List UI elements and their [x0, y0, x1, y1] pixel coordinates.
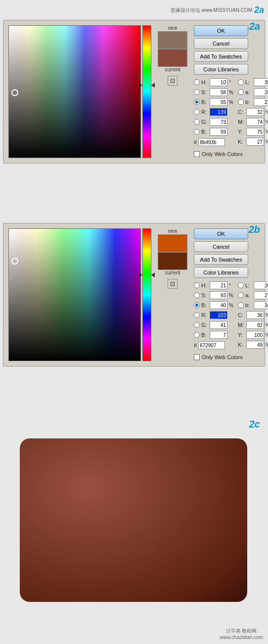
- l-input-2a[interactable]: [254, 78, 268, 86]
- b-rgb-label-2b: B:: [201, 332, 208, 338]
- fields-area-2b: H: ° S: % B: %: [194, 281, 268, 349]
- b-radio-2a[interactable]: [194, 99, 200, 105]
- add-to-swatches-button-2a[interactable]: Add To Swatches: [194, 51, 248, 62]
- y-input-2a[interactable]: [246, 128, 264, 136]
- color-field-2b[interactable]: [8, 228, 141, 361]
- hex-input-2a[interactable]: [198, 138, 225, 146]
- m-unit-2b: %: [266, 322, 268, 328]
- hue-slider-2b[interactable]: [142, 228, 151, 361]
- m-row-2b: M: %: [238, 321, 268, 329]
- y-input-2b[interactable]: [246, 331, 264, 339]
- eyedropper-btn-2a[interactable]: ⊡: [168, 76, 178, 86]
- m-input-2b[interactable]: [246, 321, 264, 329]
- h-input-2a[interactable]: [210, 78, 227, 86]
- a-input-2b[interactable]: [254, 291, 268, 299]
- add-to-swatches-button-2b[interactable]: Add To Swatches: [194, 254, 248, 265]
- r-input-2b[interactable]: [210, 311, 227, 319]
- hsb-rgb-col-2b: H: ° S: % B: %: [194, 281, 234, 349]
- b-lab-input-2b[interactable]: [254, 301, 268, 309]
- m-input-2a[interactable]: [246, 118, 264, 126]
- a-radio-2b[interactable]: [238, 292, 244, 298]
- r-radio-2a[interactable]: [194, 109, 200, 115]
- g-radio-2b[interactable]: [194, 322, 200, 328]
- fields-area-2a: H: ° S: % B:: [194, 78, 268, 146]
- s-row-2b: S: %: [194, 291, 234, 300]
- r-label-2b: R:: [201, 312, 208, 318]
- color-libraries-button-2a[interactable]: Color Libraries: [194, 64, 248, 75]
- b-label-2a: B:: [201, 99, 208, 105]
- color-libraries-button-2b[interactable]: Color Libraries: [194, 267, 248, 278]
- r-radio-2b[interactable]: [194, 312, 200, 318]
- c-input-2b[interactable]: [246, 311, 264, 319]
- b-input-2b[interactable]: [210, 301, 227, 309]
- a-label-2b: a:: [245, 292, 252, 298]
- l-radio-2b[interactable]: [238, 282, 244, 288]
- new-swatch-2a[interactable]: [158, 31, 187, 49]
- k-input-2b[interactable]: [246, 341, 264, 349]
- h-radio-2b[interactable]: [194, 282, 200, 288]
- hue-slider-container-2a: [142, 25, 151, 158]
- color-field-svg-2a: [9, 26, 141, 158]
- b-lab-input-2a[interactable]: [254, 98, 268, 106]
- hue-arrow-left-2b: [139, 272, 142, 277]
- lab-cmyk-col-2a: L: a: b:: [238, 78, 268, 146]
- current-swatch-2a[interactable]: [158, 49, 187, 67]
- lab-cmyk-col-2b: L: a: b: C:: [238, 281, 268, 349]
- g-input-2b[interactable]: [210, 321, 227, 329]
- color-field-2a[interactable]: [8, 25, 141, 158]
- s-input-2a[interactable]: [210, 88, 227, 96]
- b-row-2a: B: %: [194, 98, 234, 107]
- r-input-2a[interactable]: [210, 108, 227, 116]
- b-input-2a[interactable]: [210, 98, 227, 106]
- only-web-checkbox-2b[interactable]: [194, 354, 200, 360]
- only-web-label-2a: Only Web Colors: [202, 151, 243, 157]
- s-radio-2a[interactable]: [194, 89, 200, 95]
- eyedropper-icon-2a: ⊡: [170, 77, 175, 84]
- a-input-2a[interactable]: [254, 88, 268, 96]
- eyedropper-btn-2b[interactable]: ⊡: [168, 279, 178, 289]
- bottom-watermark-line1: 汉字典 教程网: [220, 628, 263, 635]
- s-label-2b: S:: [201, 292, 208, 298]
- b-lab-radio-2b[interactable]: [238, 302, 244, 308]
- cancel-button-2b[interactable]: Cancel: [194, 241, 248, 252]
- g-row-2b: G:: [194, 321, 234, 329]
- l-radio-2a[interactable]: [238, 79, 244, 85]
- s-radio-2b[interactable]: [194, 292, 200, 298]
- l-input-2b[interactable]: [254, 281, 268, 289]
- picker-middle-2a: new current ⊡: [155, 25, 190, 158]
- cancel-button-2a[interactable]: Cancel: [194, 38, 248, 49]
- r-row-2b: R:: [194, 311, 234, 320]
- k-input-2a[interactable]: [246, 138, 264, 146]
- section-2a: new current ⊡ OK Cancel Add To Swatches …: [3, 20, 265, 163]
- current-label-2b: current: [165, 270, 180, 275]
- picker-left-2a: [8, 25, 151, 158]
- a-radio-2a[interactable]: [238, 89, 244, 95]
- ok-button-2b[interactable]: OK: [194, 228, 248, 239]
- current-label-2a: current: [165, 67, 180, 72]
- s-label-2a: S:: [201, 89, 208, 95]
- c-input-2a[interactable]: [246, 108, 264, 116]
- k-label-2a: K:: [238, 139, 245, 145]
- b-rgb-radio-2b[interactable]: [194, 332, 200, 338]
- new-swatch-2b[interactable]: [158, 234, 187, 252]
- b-lab-radio-2a[interactable]: [238, 99, 244, 105]
- s-unit-2a: %: [229, 90, 234, 95]
- b-rgb-input-2a[interactable]: [210, 128, 227, 136]
- hex-input-2b[interactable]: [198, 341, 225, 349]
- g-input-2a[interactable]: [210, 118, 227, 126]
- h-input-2b[interactable]: [210, 281, 227, 289]
- h-row-2a: H: °: [194, 78, 234, 87]
- s-input-2b[interactable]: [210, 291, 227, 299]
- hex-row-2b: #: [194, 341, 234, 349]
- h-radio-2a[interactable]: [194, 79, 200, 85]
- ok-button-2a[interactable]: OK: [194, 25, 248, 36]
- hue-slider-2a[interactable]: [142, 25, 151, 158]
- b-rgb-radio-2a[interactable]: [194, 129, 200, 135]
- l-label-2a: L:: [245, 79, 252, 85]
- action-buttons-2a: OK Cancel Add To Swatches Color Librarie…: [194, 25, 268, 75]
- b-radio-2b[interactable]: [194, 302, 200, 308]
- only-web-checkbox-2a[interactable]: [194, 151, 200, 157]
- b-rgb-input-2b[interactable]: [210, 331, 227, 339]
- g-radio-2a[interactable]: [194, 119, 200, 125]
- current-swatch-2b[interactable]: [158, 252, 187, 270]
